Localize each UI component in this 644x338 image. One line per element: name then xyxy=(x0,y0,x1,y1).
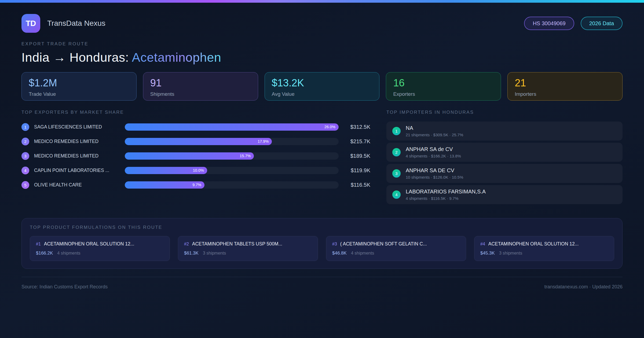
year-data-chip[interactable]: 2026 Data xyxy=(581,17,623,30)
market-share-bar-fill: 26.0% xyxy=(125,123,339,131)
exporter-rank-badge: 3 xyxy=(21,152,29,160)
exporter-name: CAPLIN POINT LABORATORIES ... xyxy=(34,168,125,173)
market-share-bar-track: 17.9% xyxy=(125,138,339,145)
stat-card: 21 Importers xyxy=(507,72,623,101)
exporter-row: 2 MEDICO REMEDIES LIMITED 17.9% $215.7K xyxy=(21,136,370,147)
formulation-name: ACETAMINOPHEN ORAL SOLUTION 12... xyxy=(44,241,134,247)
formulation-card: #1 ACETAMINOPHEN ORAL SOLUTION 12... $16… xyxy=(30,236,170,261)
stat-value: $1.2M xyxy=(29,77,129,89)
importer-name: ANPHAR SA DE CV xyxy=(406,167,463,174)
exporter-row: 1 SAGA LIFESCIENCES LIMITED 26.0% $312.5… xyxy=(21,122,370,132)
exporters-section: TOP EXPORTERS BY MARKET SHARE 1 SAGA LIF… xyxy=(21,110,370,206)
formulation-card: #4 ACETAMINOPHEN ORAL SOLUTION 12... $45… xyxy=(474,236,614,261)
importer-card: 1 NA 21 shipments · $309.5K · 25.7% xyxy=(386,122,623,141)
importer-details: 21 shipments · $309.5K · 25.7% xyxy=(406,133,463,137)
brand-logo-text: TD xyxy=(26,19,36,28)
stat-value: $13.2K xyxy=(272,77,372,89)
importers-heading: TOP IMPORTERS IN HONDURAS xyxy=(386,110,623,115)
importer-rank-badge: 3 xyxy=(392,169,401,178)
kicker: EXPORT TRADE ROUTE xyxy=(21,41,623,47)
stat-card: 16 Exporters xyxy=(386,72,501,101)
exporter-value: $119.9K xyxy=(343,167,370,174)
formulation-shipments: 3 shipments xyxy=(203,251,226,256)
market-share-percent: 15.7% xyxy=(240,154,251,158)
exporter-value: $215.7K xyxy=(343,138,370,145)
footer: Source: Indian Customs Export Records tr… xyxy=(21,277,623,290)
hs-code-chip[interactable]: HS 30049069 xyxy=(524,17,574,30)
formulation-rank: #1 xyxy=(36,242,41,247)
importer-rank-badge: 2 xyxy=(392,148,401,156)
footer-site: transdatanexus.com · Updated 2026 xyxy=(544,284,623,290)
hs-code-chip-label: HS 30049069 xyxy=(533,20,565,27)
market-share-bar-track: 15.7% xyxy=(125,152,339,160)
formulations-panel: TOP PRODUCT FORMULATIONS ON THIS ROUTE #… xyxy=(21,218,623,269)
formulation-meta-row: $166.2K 4 shipments xyxy=(36,251,164,256)
formulation-name: ACETAMINOPHEN ORAL SOLUTION 12... xyxy=(488,241,579,247)
market-share-bar-fill: 9.7% xyxy=(125,181,204,189)
formulation-value: $45.3K xyxy=(480,251,495,256)
formulation-title-row: #3 ( ACETAMINOPHEN SOFT GELATIN C... xyxy=(332,241,460,247)
formulations-heading: TOP PRODUCT FORMULATIONS ON THIS ROUTE xyxy=(30,225,614,230)
importers-list: 1 NA 21 shipments · $309.5K · 25.7% 2 AN… xyxy=(386,122,623,204)
stat-card: $13.2K Avg Value xyxy=(265,72,380,101)
page-title-product: Acetaminophen xyxy=(132,50,221,64)
formulation-name: ( ACETAMINOPHEN SOFT GELATIN C... xyxy=(340,241,427,247)
exporter-name: OLIVE HEALTH CARE xyxy=(34,182,125,188)
exporters-heading: TOP EXPORTERS BY MARKET SHARE xyxy=(21,110,370,115)
formulations-cards-row: #1 ACETAMINOPHEN ORAL SOLUTION 12... $16… xyxy=(30,236,614,261)
market-share-bar-track: 9.7% xyxy=(125,181,339,189)
footer-source: Source: Indian Customs Export Records xyxy=(21,284,108,290)
importer-info: NA 21 shipments · $309.5K · 25.7% xyxy=(406,125,463,137)
brand-logo: TD xyxy=(21,14,40,33)
top-accent-bar xyxy=(0,0,644,3)
formulation-meta-row: $45.3K 3 shipments xyxy=(480,251,608,256)
exporters-list: 1 SAGA LIFESCIENCES LIMITED 26.0% $312.5… xyxy=(21,122,370,190)
exporter-value: $189.5K xyxy=(343,153,370,159)
main-columns: TOP EXPORTERS BY MARKET SHARE 1 SAGA LIF… xyxy=(21,110,623,206)
market-share-bar-fill: 10.0% xyxy=(125,167,207,174)
market-share-percent: 10.0% xyxy=(193,168,204,172)
formulation-card: #3 ( ACETAMINOPHEN SOFT GELATIN C... $46… xyxy=(326,236,466,261)
formulation-rank: #4 xyxy=(480,242,485,247)
stat-value: 16 xyxy=(393,77,494,89)
market-share-percent: 17.9% xyxy=(258,139,269,144)
importer-rank-badge: 4 xyxy=(392,190,401,199)
importer-name: ANPHAR SA de CV xyxy=(406,146,461,152)
stat-label: Exporters xyxy=(393,91,494,97)
market-share-percent: 9.7% xyxy=(192,183,201,187)
stat-value: 21 xyxy=(515,77,615,89)
formulation-shipments: 4 shipments xyxy=(57,251,80,256)
formulation-rank: #2 xyxy=(184,242,189,247)
exporter-rank-badge: 5 xyxy=(21,181,29,189)
formulation-meta-row: $61.3K 3 shipments xyxy=(184,251,312,256)
exporter-name: MEDICO REMEDIES LIMITED xyxy=(34,139,125,144)
brand: TD TransData Nexus xyxy=(21,14,105,33)
exporter-value: $116.5K xyxy=(343,182,370,188)
importer-card: 3 ANPHAR SA DE CV 10 shipments · $126.0K… xyxy=(386,164,623,183)
importer-rank-badge: 1 xyxy=(392,127,401,135)
importer-info: ANPHAR SA DE CV 10 shipments · $126.0K ·… xyxy=(406,167,463,179)
formulation-title-row: #4 ACETAMINOPHEN ORAL SOLUTION 12... xyxy=(480,241,608,247)
page-title-route: India → Honduras: xyxy=(21,50,132,64)
market-share-bar-fill: 17.9% xyxy=(125,138,272,145)
exporter-rank-badge: 4 xyxy=(21,167,29,174)
exporter-rank-badge: 2 xyxy=(21,138,29,145)
importer-card: 4 LABORATARIOS FARSIMAN,S.A 4 shipments … xyxy=(386,185,623,204)
formulation-value: $166.2K xyxy=(36,251,53,256)
exporter-rank-badge: 1 xyxy=(21,123,29,131)
formulation-shipments: 3 shipments xyxy=(499,251,522,256)
importer-card: 2 ANPHAR SA de CV 4 shipments · $166.2K … xyxy=(386,143,623,162)
formulation-shipments: 4 shipments xyxy=(351,251,374,256)
importers-section: TOP IMPORTERS IN HONDURAS 1 NA 21 shipme… xyxy=(386,110,623,206)
importer-details: 4 shipments · $116.5K · 9.7% xyxy=(406,196,486,201)
stat-label: Trade Value xyxy=(29,91,129,97)
importer-info: ANPHAR SA de CV 4 shipments · $166.2K · … xyxy=(406,146,461,158)
formulation-value: $61.3K xyxy=(184,251,199,256)
exporter-row: 4 CAPLIN POINT LABORATORIES ... 10.0% $1… xyxy=(21,165,370,176)
importer-details: 4 shipments · $166.2K · 13.8% xyxy=(406,154,461,158)
stat-card: 91 Shipments xyxy=(143,72,258,101)
formulation-value: $46.8K xyxy=(332,251,347,256)
market-share-bar-track: 26.0% xyxy=(125,123,339,131)
header: TD TransData Nexus HS 30049069 2026 Data xyxy=(21,14,623,33)
stat-label: Shipments xyxy=(150,91,251,97)
